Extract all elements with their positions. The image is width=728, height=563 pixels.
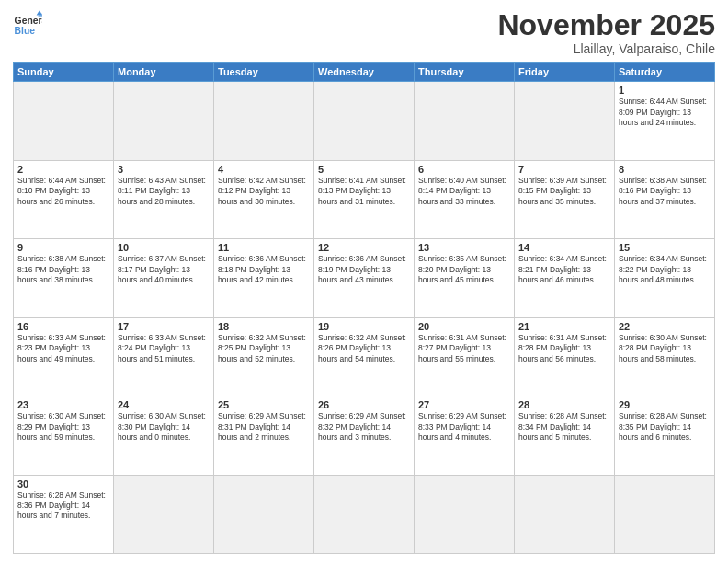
table-row [415, 82, 515, 160]
cell-info: Sunrise: 6:29 AM Sunset: 8:31 PM Dayligh… [218, 411, 310, 442]
table-row: 5Sunrise: 6:41 AM Sunset: 8:13 PM Daylig… [314, 160, 415, 238]
cell-info: Sunrise: 6:38 AM Sunset: 8:16 PM Dayligh… [619, 176, 711, 207]
cell-info: Sunrise: 6:30 AM Sunset: 8:28 PM Dayligh… [619, 333, 711, 364]
cell-date: 29 [619, 399, 711, 410]
cell-info: Sunrise: 6:32 AM Sunset: 8:26 PM Dayligh… [318, 333, 410, 364]
cell-date: 20 [418, 321, 510, 332]
logo: General Blue [13, 9, 42, 39]
day-sunday: Sunday [14, 63, 114, 82]
cell-date: 4 [218, 164, 310, 175]
logo-icon: General Blue [13, 9, 42, 39]
day-friday: Friday [515, 63, 615, 82]
cell-info: Sunrise: 6:29 AM Sunset: 8:33 PM Dayligh… [418, 411, 510, 442]
day-tuesday: Tuesday [214, 63, 314, 82]
cell-info: Sunrise: 6:39 AM Sunset: 8:15 PM Dayligh… [518, 176, 610, 207]
cell-info: Sunrise: 6:30 AM Sunset: 8:30 PM Dayligh… [118, 411, 210, 442]
table-row: 28Sunrise: 6:28 AM Sunset: 8:34 PM Dayli… [515, 396, 615, 475]
table-row [314, 475, 415, 553]
cell-info: Sunrise: 6:34 AM Sunset: 8:21 PM Dayligh… [518, 254, 610, 285]
cell-date: 3 [118, 164, 210, 175]
cell-info: Sunrise: 6:31 AM Sunset: 8:28 PM Dayligh… [518, 333, 610, 364]
cell-date: 6 [418, 164, 510, 175]
cell-info: Sunrise: 6:42 AM Sunset: 8:12 PM Dayligh… [218, 176, 310, 207]
table-row: 12Sunrise: 6:36 AM Sunset: 8:19 PM Dayli… [314, 239, 415, 317]
table-row [515, 475, 615, 553]
table-row: 14Sunrise: 6:34 AM Sunset: 8:21 PM Dayli… [515, 239, 615, 317]
cell-info: Sunrise: 6:28 AM Sunset: 8:36 PM Dayligh… [17, 490, 109, 522]
day-thursday: Thursday [415, 63, 515, 82]
cell-date: 5 [318, 164, 410, 175]
table-row: 6Sunrise: 6:40 AM Sunset: 8:14 PM Daylig… [415, 160, 515, 238]
table-row: 23Sunrise: 6:30 AM Sunset: 8:29 PM Dayli… [14, 396, 114, 475]
cell-info: Sunrise: 6:43 AM Sunset: 8:11 PM Dayligh… [118, 176, 210, 207]
cell-info: Sunrise: 6:31 AM Sunset: 8:27 PM Dayligh… [418, 333, 510, 364]
cell-date: 15 [619, 242, 711, 253]
table-row: 8Sunrise: 6:38 AM Sunset: 8:16 PM Daylig… [615, 160, 715, 238]
cell-info: Sunrise: 6:44 AM Sunset: 8:09 PM Dayligh… [619, 97, 711, 128]
table-row: 16Sunrise: 6:33 AM Sunset: 8:23 PM Dayli… [14, 317, 114, 396]
cell-date: 18 [218, 321, 310, 332]
title-block: November 2025 Llaillay, Valparaiso, Chil… [497, 9, 715, 56]
cell-date: 8 [619, 164, 711, 175]
cell-info: Sunrise: 6:28 AM Sunset: 8:35 PM Dayligh… [619, 411, 711, 442]
cell-date: 12 [318, 242, 410, 253]
table-row [415, 475, 515, 553]
table-row: 17Sunrise: 6:33 AM Sunset: 8:24 PM Dayli… [114, 317, 214, 396]
table-row: 1Sunrise: 6:44 AM Sunset: 8:09 PM Daylig… [615, 82, 715, 160]
table-row: 15Sunrise: 6:34 AM Sunset: 8:22 PM Dayli… [615, 239, 715, 317]
cell-info: Sunrise: 6:34 AM Sunset: 8:22 PM Dayligh… [619, 254, 711, 285]
table-row: 10Sunrise: 6:37 AM Sunset: 8:17 PM Dayli… [114, 239, 214, 317]
svg-text:Blue: Blue [15, 26, 36, 36]
cell-info: Sunrise: 6:33 AM Sunset: 8:24 PM Dayligh… [118, 333, 210, 364]
cell-date: 1 [619, 85, 711, 96]
calendar-header: Sunday Monday Tuesday Wednesday Thursday… [14, 63, 715, 82]
cell-info: Sunrise: 6:41 AM Sunset: 8:13 PM Dayligh… [318, 176, 410, 207]
cell-date: 28 [518, 399, 610, 410]
table-row [314, 82, 415, 160]
table-row [615, 475, 715, 553]
table-row: 9Sunrise: 6:38 AM Sunset: 8:16 PM Daylig… [14, 239, 114, 317]
calendar-body: 1Sunrise: 6:44 AM Sunset: 8:09 PM Daylig… [14, 82, 715, 554]
cell-date: 24 [118, 399, 210, 410]
cell-info: Sunrise: 6:28 AM Sunset: 8:34 PM Dayligh… [518, 411, 610, 442]
cell-info: Sunrise: 6:40 AM Sunset: 8:14 PM Dayligh… [418, 176, 510, 207]
calendar: Sunday Monday Tuesday Wednesday Thursday… [13, 62, 715, 554]
cell-date: 14 [518, 242, 610, 253]
cell-date: 26 [318, 399, 410, 410]
table-row: 18Sunrise: 6:32 AM Sunset: 8:25 PM Dayli… [214, 317, 314, 396]
table-row: 11Sunrise: 6:36 AM Sunset: 8:18 PM Dayli… [214, 239, 314, 317]
day-monday: Monday [114, 63, 214, 82]
cell-info: Sunrise: 6:29 AM Sunset: 8:32 PM Dayligh… [318, 411, 410, 442]
cell-info: Sunrise: 6:30 AM Sunset: 8:29 PM Dayligh… [17, 411, 109, 442]
cell-date: 7 [518, 164, 610, 175]
cell-date: 30 [17, 478, 109, 489]
table-row: 24Sunrise: 6:30 AM Sunset: 8:30 PM Dayli… [114, 396, 214, 475]
page: General Blue November 2025 Llaillay, Val… [0, 0, 728, 563]
cell-info: Sunrise: 6:38 AM Sunset: 8:16 PM Dayligh… [17, 254, 109, 285]
table-row: 2Sunrise: 6:44 AM Sunset: 8:10 PM Daylig… [14, 160, 114, 238]
table-row: 7Sunrise: 6:39 AM Sunset: 8:15 PM Daylig… [515, 160, 615, 238]
cell-info: Sunrise: 6:33 AM Sunset: 8:23 PM Dayligh… [17, 333, 109, 364]
cell-date: 2 [17, 164, 109, 175]
cell-date: 13 [418, 242, 510, 253]
day-wednesday: Wednesday [314, 63, 415, 82]
table-row: 22Sunrise: 6:30 AM Sunset: 8:28 PM Dayli… [615, 317, 715, 396]
table-row: 25Sunrise: 6:29 AM Sunset: 8:31 PM Dayli… [214, 396, 314, 475]
table-row [214, 475, 314, 553]
table-row: 29Sunrise: 6:28 AM Sunset: 8:35 PM Dayli… [615, 396, 715, 475]
table-row [14, 82, 114, 160]
table-row: 13Sunrise: 6:35 AM Sunset: 8:20 PM Dayli… [415, 239, 515, 317]
table-row [515, 82, 615, 160]
cell-date: 19 [318, 321, 410, 332]
cell-date: 27 [418, 399, 510, 410]
days-row: Sunday Monday Tuesday Wednesday Thursday… [14, 63, 715, 82]
cell-date: 22 [619, 321, 711, 332]
cell-date: 25 [218, 399, 310, 410]
table-row: 27Sunrise: 6:29 AM Sunset: 8:33 PM Dayli… [415, 396, 515, 475]
cell-date: 9 [17, 242, 109, 253]
svg-text:General: General [15, 16, 42, 26]
cell-info: Sunrise: 6:36 AM Sunset: 8:18 PM Dayligh… [218, 254, 310, 285]
cell-date: 23 [17, 399, 109, 410]
table-row [214, 82, 314, 160]
table-row: 30Sunrise: 6:28 AM Sunset: 8:36 PM Dayli… [14, 475, 114, 553]
